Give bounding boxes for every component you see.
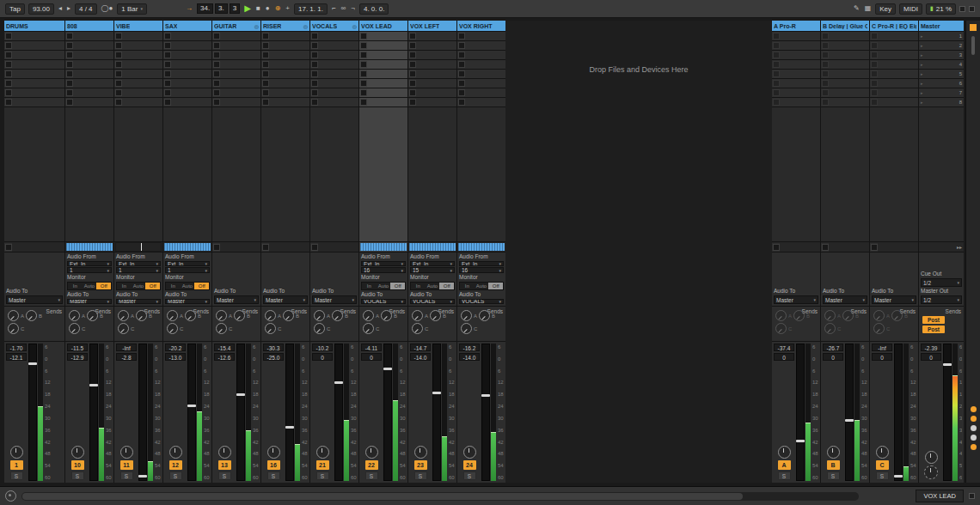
clip-slot[interactable] xyxy=(870,79,918,88)
metronome-icon[interactable]: ◯● xyxy=(101,5,114,12)
clip-stop-button[interactable] xyxy=(5,99,12,106)
track-header[interactable]: RISER◎ xyxy=(261,21,309,31)
send-knob-c[interactable] xyxy=(363,323,374,334)
clip-stop-button[interactable] xyxy=(409,70,416,77)
cue-out-chooser[interactable]: 1/2▾ xyxy=(921,278,962,287)
clip-stop-button[interactable] xyxy=(262,61,269,68)
send-knob-a[interactable] xyxy=(167,310,178,321)
clip-slot[interactable] xyxy=(65,60,113,69)
track-activator[interactable]: C xyxy=(876,460,889,470)
clip-slot[interactable] xyxy=(821,79,869,88)
clip-slot[interactable] xyxy=(310,79,358,88)
clip-slot[interactable] xyxy=(114,32,162,40)
scene-slot[interactable]: ▸7 xyxy=(919,88,964,97)
pan-knob[interactable] xyxy=(267,446,280,459)
clip-slot[interactable] xyxy=(261,32,309,40)
clip-stop-button[interactable] xyxy=(164,89,171,96)
clip-stop-button[interactable] xyxy=(311,52,318,58)
monitor-in-button[interactable]: In xyxy=(460,283,475,289)
mixer-toggle-circle-4[interactable] xyxy=(971,435,977,441)
send-knob-b[interactable] xyxy=(842,310,854,321)
peak-display[interactable]: 0 xyxy=(823,353,843,361)
volume-fader[interactable] xyxy=(187,344,196,481)
clip-slot[interactable] xyxy=(457,51,505,59)
clip-stop-button[interactable] xyxy=(871,42,878,49)
clip-stop-button[interactable] xyxy=(360,89,367,96)
clip-stop-button[interactable] xyxy=(66,61,73,68)
track-header[interactable]: VOX LEFT xyxy=(408,21,456,31)
scene-slot[interactable]: ▸4 xyxy=(919,60,964,69)
pan-knob[interactable] xyxy=(414,446,427,459)
clip-stop-button[interactable] xyxy=(115,33,122,40)
scene-slot[interactable]: ▸3 xyxy=(919,51,964,59)
clip-stop-button[interactable] xyxy=(458,33,465,40)
clip-slot[interactable] xyxy=(359,70,407,78)
clip-slot[interactable] xyxy=(821,98,869,106)
clip-stop-button[interactable] xyxy=(262,70,269,77)
monitor-off-button[interactable]: Off xyxy=(145,283,160,289)
send-knob-c[interactable] xyxy=(412,323,423,334)
send-knob-a[interactable] xyxy=(461,310,472,321)
clip-slot[interactable] xyxy=(4,88,64,97)
volume-fader[interactable] xyxy=(481,344,490,481)
horizontal-scrollbar[interactable] xyxy=(21,492,859,501)
track-activator[interactable]: 21 xyxy=(316,460,329,470)
playing-clip[interactable] xyxy=(458,243,505,251)
clip-slot[interactable] xyxy=(359,32,407,40)
clip-stop-button[interactable] xyxy=(360,61,367,68)
input-channel-chooser[interactable]: 1▾ xyxy=(165,267,210,272)
send-knob-a[interactable] xyxy=(824,310,836,321)
clip-stop-button[interactable] xyxy=(360,80,367,87)
send-knob-a[interactable] xyxy=(69,310,80,321)
clip-slot[interactable] xyxy=(114,98,162,106)
clip-stop-button[interactable] xyxy=(773,89,780,96)
send-knob-b[interactable] xyxy=(283,310,294,321)
playing-clip[interactable] xyxy=(115,242,162,252)
clip-slot[interactable] xyxy=(408,79,456,88)
fader-handle[interactable] xyxy=(383,368,392,370)
send-knob-a[interactable] xyxy=(8,310,19,321)
clip-slot[interactable] xyxy=(310,70,358,78)
clip-slot[interactable] xyxy=(310,41,358,50)
clip-slot[interactable] xyxy=(408,88,456,97)
clip-slot[interactable] xyxy=(870,98,918,106)
mixer-toggle-circle-1[interactable] xyxy=(971,406,977,412)
clip-slot[interactable] xyxy=(65,88,113,97)
clip-stop-button[interactable] xyxy=(262,42,269,49)
send-knob-b[interactable] xyxy=(479,310,490,321)
volume-fader[interactable] xyxy=(383,344,392,481)
play-button[interactable]: ▶ xyxy=(243,4,252,13)
clip-stop-button[interactable] xyxy=(311,244,318,251)
send-knob-c[interactable] xyxy=(265,323,276,334)
clip-stop-button[interactable] xyxy=(262,244,269,251)
clip-stop-button[interactable] xyxy=(262,33,269,40)
clip-slot[interactable] xyxy=(457,70,505,78)
volume-display[interactable]: -1.70 xyxy=(6,344,27,351)
clip-stop-button[interactable] xyxy=(871,89,878,96)
clip-stop-button[interactable] xyxy=(164,61,171,68)
clip-slot[interactable] xyxy=(772,79,820,88)
clip-stop-button[interactable] xyxy=(115,70,122,77)
punch-in-button[interactable]: ⌐ xyxy=(331,5,337,12)
solo-button[interactable]: S xyxy=(414,472,427,480)
send-knob-c[interactable] xyxy=(8,323,19,334)
scene-slot[interactable]: ▸8 xyxy=(919,98,964,106)
clip-slot[interactable] xyxy=(821,70,869,78)
volume-display[interactable]: -37.4 xyxy=(774,344,794,351)
clip-stop-button[interactable] xyxy=(213,244,220,251)
clip-stop-button[interactable] xyxy=(262,99,269,106)
clip-stop-button[interactable] xyxy=(213,42,220,49)
monitor-in-button[interactable]: In xyxy=(362,283,377,289)
clip-slot[interactable] xyxy=(310,88,358,97)
clip-slot[interactable] xyxy=(261,79,309,88)
clip-slot[interactable] xyxy=(359,60,407,69)
track-activator[interactable]: 10 xyxy=(71,460,84,470)
volume-display[interactable]: -2.39 xyxy=(921,344,941,351)
clip-slot[interactable] xyxy=(772,98,820,106)
loop-length-display[interactable]: 4. 0. 0. xyxy=(359,3,389,15)
clip-slot[interactable] xyxy=(408,32,456,40)
clip-slot[interactable] xyxy=(212,51,260,59)
stop-all-clips-button[interactable]: ▸▸ xyxy=(957,244,962,250)
clip-slot[interactable] xyxy=(772,60,820,69)
clip-stop-button[interactable] xyxy=(213,89,220,96)
